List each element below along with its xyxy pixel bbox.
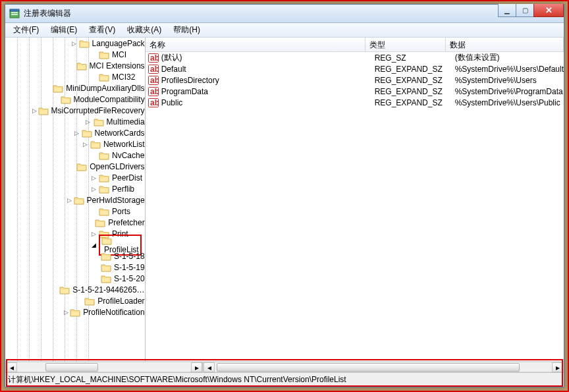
value-type: REG_EXPAND_SZ: [375, 98, 455, 107]
tree-node-label: PeerDist: [112, 173, 142, 182]
tree-node[interactable]: MCI: [5, 49, 145, 60]
expander-none: [90, 152, 97, 159]
expander-none: [90, 73, 97, 81]
menu-edit[interactable]: 编辑(E): [45, 23, 82, 37]
tree-node[interactable]: ModuleCompatibility: [5, 94, 145, 105]
folder-icon: [95, 218, 105, 227]
tree-node[interactable]: OpenGLDrivers: [5, 161, 145, 172]
expander-open-icon[interactable]: ◢: [90, 241, 97, 249]
string-value-icon: [148, 86, 159, 97]
expander-closed-icon[interactable]: ▷: [71, 40, 77, 47]
expander-closed-icon[interactable]: ▷: [74, 129, 80, 137]
tree-node[interactable]: ◢ProfileList: [5, 239, 145, 250]
tree-node[interactable]: ▷LanguagePack: [5, 38, 145, 49]
menu-view[interactable]: 查看(V): [84, 23, 121, 37]
expander-none: [92, 264, 99, 271]
expander-closed-icon[interactable]: ▷: [90, 185, 97, 193]
tree-node[interactable]: ▷MsiCorruptedFileRecovery: [5, 105, 145, 116]
list-item[interactable]: DefaultREG_EXPAND_SZ%SystemDrive%\Users\…: [146, 63, 564, 74]
list-item[interactable]: PublicREG_EXPAND_SZ%SystemDrive%\Users\P…: [146, 97, 564, 108]
folder-icon: [76, 61, 87, 70]
value-data: %SystemDrive%\Users\Default: [455, 65, 564, 74]
tree-node-label: S-1-5-21-9446265…: [72, 285, 144, 294]
tree-node[interactable]: ▷NetworkCards: [5, 127, 145, 138]
tree-node[interactable]: Prefetcher: [5, 217, 145, 228]
expander-closed-icon[interactable]: ▷: [32, 107, 37, 115]
list-item[interactable]: (默认)REG_SZ(数值未设置): [146, 52, 564, 63]
column-type[interactable]: 类型: [366, 38, 446, 51]
tree-node[interactable]: ▷PeerDist: [5, 172, 145, 183]
expander-closed-icon[interactable]: ▷: [90, 230, 97, 238]
expander-closed-icon[interactable]: ▷: [63, 308, 68, 316]
tree-node-label: ProfileLoader: [97, 296, 144, 306]
expander-none: [69, 62, 75, 70]
tree-node[interactable]: ▷Perflib: [5, 183, 145, 194]
expander-closed-icon[interactable]: ▷: [82, 140, 89, 148]
scroll-right-button[interactable]: ▸: [552, 362, 563, 372]
expander-none: [54, 286, 58, 294]
menu-favorites[interactable]: 收藏夹(A): [122, 23, 167, 37]
tree-node[interactable]: MCI Extensions: [5, 60, 145, 71]
tree-node-label: MiniDumpAuxiliaryDlls: [66, 84, 144, 93]
value-data: (数值未设置): [455, 52, 564, 63]
minimize-button[interactable]: ▁: [498, 4, 516, 17]
svg-rect-1: [11, 12, 18, 13]
tree-node-label: Perflib: [112, 184, 134, 194]
tree-node[interactable]: Ports: [5, 206, 145, 217]
tree-node-label: MsiCorruptedFileRecovery: [51, 106, 145, 115]
expander-none: [92, 252, 99, 260]
expander-closed-icon[interactable]: ▷: [67, 196, 72, 204]
close-icon: ✕: [545, 5, 553, 15]
tree-node[interactable]: MiniDumpAuxiliaryDlls: [5, 82, 145, 94]
list-horizontal-scrollbar[interactable]: ◂ ▸: [203, 362, 564, 372]
close-button[interactable]: ✕: [533, 4, 564, 17]
scroll-left-button[interactable]: ◂: [203, 362, 215, 372]
tree-node-label: OpenGLDrivers: [90, 162, 144, 171]
expander-closed-icon[interactable]: ▷: [84, 118, 92, 126]
tree-node[interactable]: ▷Multimedia: [5, 116, 145, 127]
tree-node[interactable]: S-1-5-19: [5, 262, 145, 273]
tree-node[interactable]: S-1-5-18: [5, 250, 145, 262]
folder-icon: [99, 173, 109, 182]
scroll-thumb[interactable]: [217, 363, 520, 372]
tree-node[interactable]: MCI32: [5, 71, 145, 82]
tree-node-label: MCI32: [112, 72, 135, 82]
value-data: %SystemDrive%\ProgramData: [455, 87, 564, 96]
scroll-left-button[interactable]: ◂: [6, 362, 17, 372]
horizontal-scrollbars: ◂ ▸ ◂ ▸: [5, 361, 564, 372]
expander-closed-icon[interactable]: ▷: [90, 174, 97, 182]
tree-node[interactable]: ▷PerHwIdStorage: [5, 194, 145, 206]
list-item[interactable]: ProfilesDirectoryREG_EXPAND_SZ%SystemDri…: [146, 74, 564, 86]
maximize-button[interactable]: ▢: [516, 4, 534, 17]
folder-icon: [99, 72, 109, 82]
tree-node[interactable]: ProfileLoader: [5, 295, 145, 306]
tree-node[interactable]: ▷ProfileNotification: [5, 306, 145, 318]
scroll-thumb[interactable]: [45, 363, 98, 372]
column-name[interactable]: 名称: [146, 38, 366, 51]
scroll-right-button[interactable]: ▸: [191, 362, 202, 372]
folder-icon: [76, 162, 87, 171]
statusbar: 计算机\HKEY_LOCAL_MACHINE\SOFTWARE\Microsof…: [5, 372, 564, 387]
registry-editor-window: 注册表编辑器 ▁ ▢ ✕ 文件(F) 编辑(E) 查看(V) 收藏夹(A) 帮助…: [5, 4, 564, 387]
maximize-icon: ▢: [522, 7, 528, 14]
column-data[interactable]: 数据: [446, 38, 564, 51]
tree-node-label: PerHwIdStorage: [87, 196, 145, 205]
titlebar[interactable]: 注册表编辑器 ▁ ▢ ✕: [5, 5, 564, 23]
tree-node-label: NetworkList: [103, 140, 145, 149]
tree-node[interactable]: S-1-5-21-9446265…: [5, 284, 145, 295]
registry-tree[interactable]: ▷LanguagePackMCIMCI ExtensionsMCI32MiniD…: [5, 38, 145, 318]
value-list[interactable]: (默认)REG_SZ(数值未设置)DefaultREG_EXPAND_SZ%Sy…: [146, 52, 564, 361]
string-value-icon: [148, 75, 159, 86]
string-value-icon: [148, 53, 159, 63]
tree-node[interactable]: NvCache: [5, 150, 145, 161]
tree-node[interactable]: ▷NetworkList: [5, 138, 145, 150]
tree-horizontal-scrollbar[interactable]: ◂ ▸: [5, 362, 203, 372]
menu-file[interactable]: 文件(F): [8, 23, 44, 37]
value-type: REG_EXPAND_SZ: [375, 65, 455, 74]
string-value-icon: [148, 64, 159, 74]
expander-none: [76, 297, 83, 305]
menu-help[interactable]: 帮助(H): [168, 23, 205, 37]
value-name: Default: [161, 65, 375, 74]
list-item[interactable]: ProgramDataREG_EXPAND_SZ%SystemDrive%\Pr…: [146, 86, 564, 97]
tree-node[interactable]: S-1-5-20: [5, 273, 145, 284]
